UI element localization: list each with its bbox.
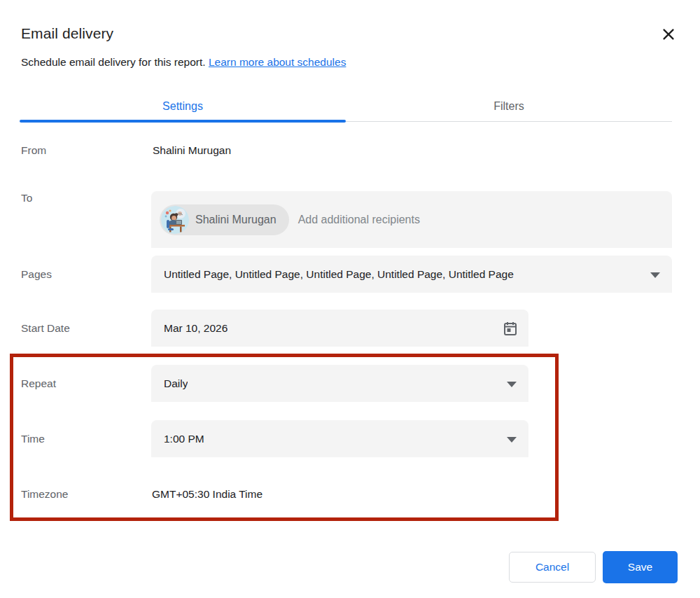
tab-settings[interactable]: Settings — [20, 91, 346, 121]
dialog-title: Email delivery — [21, 25, 113, 42]
tab-filters-label: Filters — [493, 100, 524, 113]
email-delivery-dialog: Email delivery Schedule email delivery f… — [0, 0, 700, 598]
cancel-button[interactable]: Cancel — [509, 552, 596, 583]
close-button[interactable] — [659, 25, 678, 45]
timezone-label: Timezone — [21, 488, 68, 501]
repeat-dropdown[interactable]: Daily — [151, 365, 528, 402]
learn-more-link[interactable]: Learn more about schedules — [209, 56, 346, 68]
start-date-label: Start Date — [21, 322, 70, 335]
start-date-value: Mar 10, 2026 — [151, 322, 227, 335]
time-label: Time — [21, 433, 45, 445]
dialog-subtitle: Schedule email delivery for this report.… — [21, 56, 346, 69]
pages-label: Pages — [21, 268, 52, 281]
tab-filters[interactable]: Filters — [346, 91, 672, 121]
chevron-down-icon — [507, 437, 517, 443]
time-dropdown[interactable]: 1:00 PM — [151, 420, 528, 457]
repeat-value: Daily — [151, 377, 188, 390]
avatar — [161, 206, 189, 234]
close-icon — [661, 27, 676, 44]
time-value: 1:00 PM — [151, 433, 204, 445]
from-value: Shalini Murugan — [153, 144, 231, 157]
start-date-picker[interactable]: Mar 10, 2026 — [151, 310, 528, 347]
save-button[interactable]: Save — [603, 551, 678, 583]
recipient-chip-name: Shalini Murugan — [195, 214, 276, 226]
calendar-icon[interactable] — [502, 320, 519, 337]
pages-dropdown[interactable]: Untitled Page, Untitled Page, Untitled P… — [151, 256, 672, 293]
subtitle-text: Schedule email delivery for this report. — [21, 56, 209, 68]
chevron-down-icon — [650, 272, 660, 278]
pages-value: Untitled Page, Untitled Page, Untitled P… — [151, 268, 514, 281]
add-recipients-placeholder[interactable]: Add additional recipients — [298, 214, 420, 226]
chevron-down-icon — [507, 382, 517, 387]
from-label: From — [21, 144, 46, 157]
timezone-value: GMT+05:30 India Time — [152, 488, 262, 501]
tab-settings-label: Settings — [162, 100, 203, 113]
recipient-chip[interactable]: Shalini Murugan — [160, 204, 289, 235]
tab-bar: Settings Filters — [20, 91, 672, 122]
repeat-label: Repeat — [21, 377, 56, 390]
recipients-field[interactable]: Shalini Murugan Add additional recipient… — [151, 191, 672, 248]
to-label: To — [21, 192, 32, 204]
